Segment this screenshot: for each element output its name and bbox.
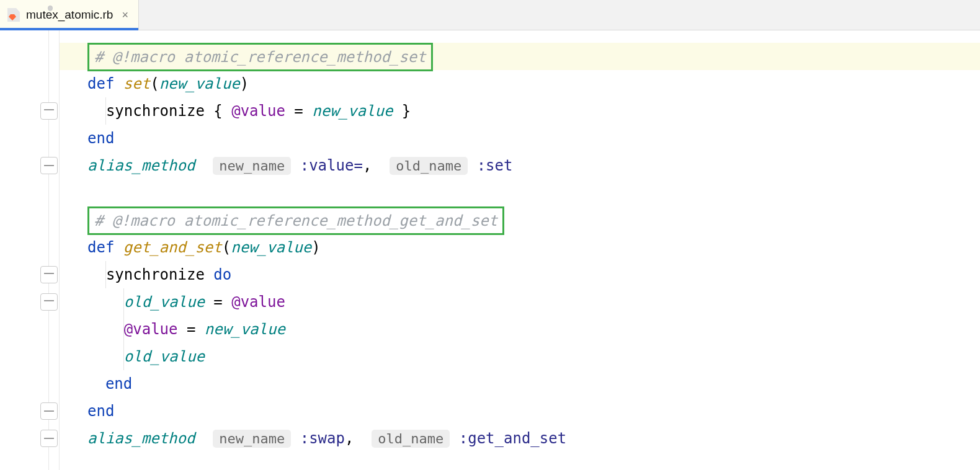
- tab-filename: mutex_atomic.rb: [26, 8, 113, 22]
- identifier: synchronize: [106, 102, 205, 120]
- code-line[interactable]: # @!macro atomic_reference_method_get_an…: [60, 206, 980, 234]
- inlay-hint: old_name: [372, 430, 450, 448]
- code-line[interactable]: end: [60, 397, 980, 425]
- code-line[interactable]: # @!macro atomic_reference_method_set: [60, 43, 980, 70]
- identifier: old_value: [124, 293, 205, 311]
- code-line[interactable]: def get_and_set(new_value): [60, 234, 980, 261]
- parameter: new_value: [312, 102, 393, 120]
- identifier: synchronize: [106, 266, 205, 283]
- tab-bar: mutex_atomic.rb ×: [0, 0, 980, 30]
- keyword-do: do: [213, 266, 231, 283]
- code-area[interactable]: # @!macro atomic_reference_method_set de…: [60, 30, 980, 470]
- code-line[interactable]: synchronize do: [60, 261, 980, 288]
- code-line[interactable]: alias_method new_name :value=, old_name …: [60, 152, 980, 179]
- symbol: :swap: [300, 430, 345, 447]
- code-line[interactable]: end: [60, 370, 980, 397]
- editor: # @!macro atomic_reference_method_set de…: [0, 30, 980, 470]
- code-line[interactable]: end: [60, 125, 980, 152]
- symbol: :get_and_set: [459, 430, 566, 447]
- fold-handle[interactable]: [40, 102, 58, 120]
- identifier: old_value: [124, 348, 205, 365]
- symbol: :set: [477, 157, 513, 174]
- method-name: set: [123, 75, 150, 92]
- keyword-end: end: [87, 402, 114, 420]
- code-line[interactable]: old_value = @value: [60, 288, 980, 316]
- parameter: new_value: [231, 239, 311, 256]
- ivar: @value: [124, 321, 178, 338]
- keyword-def: def: [87, 75, 114, 92]
- gutter: [0, 30, 60, 470]
- inlay-hint: old_name: [390, 157, 468, 175]
- close-icon[interactable]: ×: [122, 9, 128, 22]
- code-line[interactable]: def set(new_value): [60, 70, 980, 97]
- ruby-file-icon: [7, 8, 20, 22]
- code-line[interactable]: @value = new_value: [60, 316, 980, 343]
- keyword-def: def: [87, 239, 114, 256]
- fold-handle[interactable]: [40, 430, 58, 447]
- method-name: get_and_set: [123, 239, 222, 256]
- inlay-hint: new_name: [213, 430, 291, 448]
- symbol: :value=: [300, 157, 363, 174]
- fold-handle[interactable]: [40, 402, 58, 420]
- ivar: @value: [231, 102, 285, 120]
- fold-handle[interactable]: [40, 293, 58, 311]
- code-line[interactable]: old_value: [60, 343, 980, 370]
- comment: # @!macro atomic_reference_method_set: [94, 48, 426, 66]
- inlay-hint: new_name: [213, 157, 291, 175]
- file-tab[interactable]: mutex_atomic.rb ×: [0, 0, 139, 30]
- keyword-end: end: [105, 375, 132, 392]
- identifier: alias_method: [87, 430, 195, 447]
- keyword-end: end: [87, 130, 114, 147]
- code-line[interactable]: alias_method new_name :swap, old_name :g…: [60, 425, 980, 452]
- ivar: @value: [231, 293, 285, 311]
- fold-handle[interactable]: [40, 266, 58, 283]
- code-line[interactable]: synchronize { @value = new_value }: [60, 97, 980, 125]
- fold-handle[interactable]: [40, 157, 58, 174]
- identifier: alias_method: [87, 157, 195, 174]
- parameter: new_value: [159, 75, 240, 92]
- comment: # @!macro atomic_reference_method_get_an…: [94, 212, 497, 229]
- code-line[interactable]: [60, 179, 980, 206]
- parameter: new_value: [205, 321, 285, 338]
